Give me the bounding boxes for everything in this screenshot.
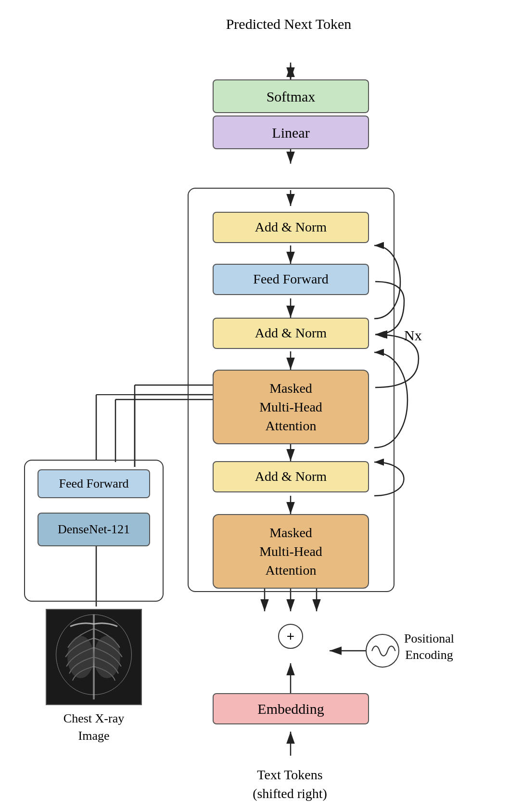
plus-symbol: +: [287, 629, 294, 644]
densenet-box: DenseNet-121: [38, 513, 150, 546]
linear-label: Linear: [272, 123, 309, 142]
feed-forward-encoder-label: Feed Forward: [59, 476, 128, 492]
add-norm-mid-label: Add & Norm: [255, 324, 327, 342]
chest-xray-label: Chest X-ray Image: [41, 710, 147, 745]
diagram-container: Predicted Next Token Softmax Linear Nx A…: [0, 0, 509, 812]
softmax-label: Softmax: [267, 87, 316, 106]
masked-mha-top-label: Masked Multi-Head Attention: [259, 379, 322, 436]
feed-forward-decoder-label: Feed Forward: [253, 271, 328, 288]
feed-forward-encoder-box: Feed Forward: [38, 469, 150, 498]
add-norm-top-box: Add & Norm: [213, 212, 369, 243]
softmax-box: Softmax: [213, 79, 369, 113]
add-norm-bot-label: Add & Norm: [255, 468, 327, 485]
svg-point-38: [94, 636, 120, 678]
plus-circle: +: [278, 624, 303, 649]
text-tokens-label: Text Tokens (shifted right): [216, 765, 363, 803]
predicted-next-token-label: Predicted Next Token: [216, 14, 361, 33]
masked-mha-top-box: Masked Multi-Head Attention: [213, 370, 369, 444]
densenet-label: DenseNet-121: [58, 521, 130, 538]
positional-encoding-label: Positional Encoding: [404, 631, 454, 663]
chest-xray-image: [46, 609, 142, 705]
nx-label: Nx: [404, 327, 422, 344]
add-norm-bot-box: Add & Norm: [213, 461, 369, 492]
embedding-box: Embedding: [213, 693, 369, 724]
masked-mha-bot-box: Masked Multi-Head Attention: [213, 514, 369, 589]
masked-mha-bot-label: Masked Multi-Head Attention: [259, 523, 322, 580]
positional-encoding-circle: [366, 634, 399, 668]
embedding-label: Embedding: [257, 699, 324, 718]
feed-forward-decoder-box: Feed Forward: [213, 264, 369, 295]
linear-box: Linear: [213, 116, 369, 149]
add-norm-mid-box: Add & Norm: [213, 318, 369, 349]
add-norm-top-label: Add & Norm: [255, 219, 327, 236]
svg-point-37: [67, 636, 94, 678]
